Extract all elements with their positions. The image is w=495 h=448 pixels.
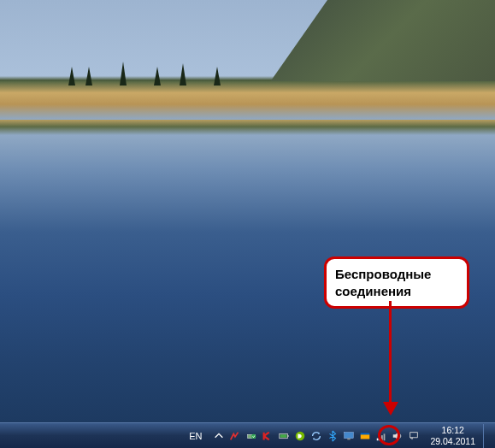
clock-time: 16:12: [430, 425, 475, 436]
bluetooth-icon[interactable]: [326, 429, 339, 443]
action-center-icon[interactable]: [407, 429, 421, 443]
annotation-callout: Беспроводные соединения: [324, 256, 469, 309]
svg-rect-7: [348, 438, 351, 439]
safely-remove-icon[interactable]: [245, 429, 258, 443]
language-indicator[interactable]: EN: [185, 429, 206, 443]
clock-date: 29.04.2011: [430, 436, 475, 447]
wallpaper-tree: [214, 67, 221, 85]
wallpaper-tree: [180, 63, 186, 85]
annotation-arrow-head: [383, 402, 398, 416]
taskbar: EN 16:12 29.04.2011: [0, 422, 495, 448]
svg-rect-3: [288, 435, 289, 437]
desktop-wallpaper[interactable]: [0, 0, 495, 422]
nvidia-icon[interactable]: [293, 429, 307, 443]
monitor-icon[interactable]: [342, 429, 356, 443]
svg-rect-12: [381, 435, 383, 440]
battery-icon[interactable]: [277, 429, 291, 443]
svg-rect-11: [380, 436, 381, 439]
sync-icon[interactable]: [309, 429, 323, 443]
wallpaper-tree: [68, 67, 75, 85]
svg-rect-13: [384, 433, 386, 440]
wallpaper-tree: [154, 67, 161, 85]
kaspersky-icon[interactable]: [261, 429, 274, 443]
annotation-arrow: [389, 301, 392, 404]
network-wireless-icon[interactable]: [374, 429, 388, 443]
callout-line: Беспроводные: [335, 266, 458, 283]
wallpaper-tree: [85, 67, 92, 85]
svg-rect-9: [361, 433, 370, 434]
wallpaper-tree: [120, 62, 127, 85]
app-icon[interactable]: [358, 429, 372, 443]
show-desktop-button[interactable]: [483, 424, 490, 448]
svg-rect-10: [377, 438, 379, 440]
svg-rect-6: [345, 432, 354, 438]
clock[interactable]: 16:12 29.04.2011: [423, 425, 479, 446]
volume-icon[interactable]: [391, 429, 404, 443]
svg-rect-4: [280, 434, 287, 438]
pppoe-icon[interactable]: [228, 429, 242, 443]
svg-rect-8: [361, 434, 370, 439]
callout-line: соединения: [335, 283, 458, 300]
wallpaper-shore: [0, 81, 495, 120]
svg-point-1: [251, 433, 256, 438]
show-hidden-icon[interactable]: [212, 429, 226, 443]
